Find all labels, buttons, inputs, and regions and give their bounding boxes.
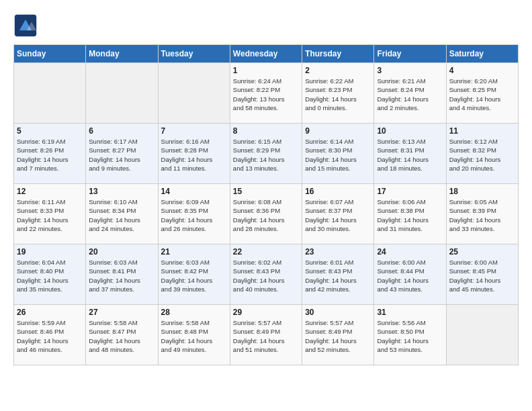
day-info: Sunrise: 6:06 AM Sunset: 8:38 PM Dayligh…	[377, 197, 443, 233]
day-info: Sunrise: 6:12 AM Sunset: 8:32 PM Dayligh…	[449, 137, 515, 173]
calendar-cell: 25Sunrise: 6:00 AM Sunset: 8:45 PM Dayli…	[446, 244, 518, 305]
weekday-header-cell: Saturday	[446, 45, 518, 63]
calendar-cell	[158, 63, 230, 124]
day-info: Sunrise: 6:11 AM Sunset: 8:33 PM Dayligh…	[17, 197, 83, 233]
day-number: 12	[17, 187, 83, 196]
calendar-cell: 6Sunrise: 6:17 AM Sunset: 8:27 PM Daylig…	[86, 124, 158, 184]
calendar-cell: 28Sunrise: 5:58 AM Sunset: 8:48 PM Dayli…	[158, 305, 230, 365]
calendar-cell	[86, 63, 158, 124]
calendar-cell: 17Sunrise: 6:06 AM Sunset: 8:38 PM Dayli…	[374, 184, 446, 244]
day-info: Sunrise: 5:58 AM Sunset: 8:48 PM Dayligh…	[161, 318, 227, 354]
day-info: Sunrise: 6:02 AM Sunset: 8:43 PM Dayligh…	[233, 258, 299, 293]
calendar-cell: 29Sunrise: 5:57 AM Sunset: 8:49 PM Dayli…	[230, 305, 302, 365]
day-info: Sunrise: 6:22 AM Sunset: 8:23 PM Dayligh…	[305, 77, 371, 112]
day-info: Sunrise: 6:01 AM Sunset: 8:43 PM Dayligh…	[305, 258, 371, 293]
day-number: 4	[449, 66, 515, 75]
calendar-cell: 26Sunrise: 5:59 AM Sunset: 8:46 PM Dayli…	[14, 305, 86, 365]
calendar-cell: 18Sunrise: 6:05 AM Sunset: 8:39 PM Dayli…	[446, 184, 518, 244]
day-info: Sunrise: 6:19 AM Sunset: 8:26 PM Dayligh…	[17, 137, 83, 173]
day-number: 13	[89, 187, 154, 196]
day-number: 1	[233, 66, 299, 75]
calendar-cell: 24Sunrise: 6:00 AM Sunset: 8:44 PM Dayli…	[374, 244, 446, 305]
calendar-cell: 3Sunrise: 6:21 AM Sunset: 8:24 PM Daylig…	[374, 63, 446, 124]
calendar-cell: 30Sunrise: 5:57 AM Sunset: 8:49 PM Dayli…	[302, 305, 374, 365]
day-number: 30	[305, 308, 371, 317]
day-info: Sunrise: 6:20 AM Sunset: 8:25 PM Dayligh…	[449, 77, 515, 112]
day-number: 15	[233, 187, 299, 196]
calendar-cell: 14Sunrise: 6:09 AM Sunset: 8:35 PM Dayli…	[158, 184, 230, 244]
calendar-cell: 4Sunrise: 6:20 AM Sunset: 8:25 PM Daylig…	[446, 63, 518, 124]
day-number: 5	[17, 126, 83, 136]
day-info: Sunrise: 6:05 AM Sunset: 8:39 PM Dayligh…	[449, 197, 515, 233]
day-number: 16	[305, 187, 371, 196]
day-info: Sunrise: 5:57 AM Sunset: 8:49 PM Dayligh…	[305, 318, 371, 354]
day-info: Sunrise: 6:07 AM Sunset: 8:37 PM Dayligh…	[305, 197, 371, 233]
calendar-week-row: 1Sunrise: 6:24 AM Sunset: 8:22 PM Daylig…	[14, 63, 519, 124]
day-info: Sunrise: 6:03 AM Sunset: 8:41 PM Dayligh…	[89, 258, 154, 293]
calendar-cell: 23Sunrise: 6:01 AM Sunset: 8:43 PM Dayli…	[302, 244, 374, 305]
calendar-cell	[446, 305, 518, 365]
calendar-table: SundayMondayTuesdayWednesdayThursdayFrid…	[13, 44, 519, 365]
calendar-cell: 21Sunrise: 6:03 AM Sunset: 8:42 PM Dayli…	[158, 244, 230, 305]
day-info: Sunrise: 6:03 AM Sunset: 8:42 PM Dayligh…	[161, 258, 227, 293]
day-info: Sunrise: 5:59 AM Sunset: 8:46 PM Dayligh…	[17, 318, 83, 354]
calendar-cell: 8Sunrise: 6:15 AM Sunset: 8:29 PM Daylig…	[230, 124, 302, 184]
calendar-cell: 13Sunrise: 6:10 AM Sunset: 8:34 PM Dayli…	[86, 184, 158, 244]
day-info: Sunrise: 6:00 AM Sunset: 8:44 PM Dayligh…	[377, 258, 443, 293]
day-number: 26	[17, 308, 83, 317]
calendar-body: 1Sunrise: 6:24 AM Sunset: 8:22 PM Daylig…	[14, 63, 519, 365]
day-number: 14	[161, 187, 227, 196]
calendar-cell: 27Sunrise: 5:58 AM Sunset: 8:47 PM Dayli…	[86, 305, 158, 365]
day-number: 9	[305, 126, 371, 136]
weekday-header-cell: Thursday	[302, 45, 374, 63]
day-number: 6	[89, 126, 154, 136]
day-number: 19	[17, 247, 83, 257]
day-info: Sunrise: 5:57 AM Sunset: 8:49 PM Dayligh…	[233, 318, 299, 354]
calendar-cell: 2Sunrise: 6:22 AM Sunset: 8:23 PM Daylig…	[302, 63, 374, 124]
page-header	[13, 13, 519, 38]
calendar-week-row: 19Sunrise: 6:04 AM Sunset: 8:40 PM Dayli…	[14, 244, 519, 305]
day-number: 3	[377, 66, 443, 75]
calendar-cell: 10Sunrise: 6:13 AM Sunset: 8:31 PM Dayli…	[374, 124, 446, 184]
calendar-cell: 12Sunrise: 6:11 AM Sunset: 8:33 PM Dayli…	[14, 184, 86, 244]
calendar-cell: 7Sunrise: 6:16 AM Sunset: 8:28 PM Daylig…	[158, 124, 230, 184]
calendar-cell	[14, 63, 86, 124]
calendar-cell: 1Sunrise: 6:24 AM Sunset: 8:22 PM Daylig…	[230, 63, 302, 124]
day-number: 8	[233, 126, 299, 136]
day-info: Sunrise: 6:00 AM Sunset: 8:45 PM Dayligh…	[449, 258, 515, 293]
calendar-cell: 20Sunrise: 6:03 AM Sunset: 8:41 PM Dayli…	[86, 244, 158, 305]
weekday-header-cell: Tuesday	[158, 45, 230, 63]
day-number: 17	[377, 187, 443, 196]
day-info: Sunrise: 6:14 AM Sunset: 8:30 PM Dayligh…	[305, 137, 371, 173]
day-number: 22	[233, 247, 299, 257]
day-info: Sunrise: 6:09 AM Sunset: 8:35 PM Dayligh…	[161, 197, 227, 233]
calendar-cell: 15Sunrise: 6:08 AM Sunset: 8:36 PM Dayli…	[230, 184, 302, 244]
day-info: Sunrise: 6:17 AM Sunset: 8:27 PM Dayligh…	[89, 137, 154, 173]
weekday-header-cell: Sunday	[14, 45, 86, 63]
day-number: 2	[305, 66, 371, 75]
day-number: 21	[161, 247, 227, 257]
day-number: 11	[449, 126, 515, 136]
day-info: Sunrise: 6:16 AM Sunset: 8:28 PM Dayligh…	[161, 137, 227, 173]
day-number: 28	[161, 308, 227, 317]
day-info: Sunrise: 6:21 AM Sunset: 8:24 PM Dayligh…	[377, 77, 443, 112]
day-number: 25	[449, 247, 515, 257]
logo-icon	[13, 13, 38, 38]
calendar-cell: 16Sunrise: 6:07 AM Sunset: 8:37 PM Dayli…	[302, 184, 374, 244]
calendar-week-row: 26Sunrise: 5:59 AM Sunset: 8:46 PM Dayli…	[14, 305, 519, 365]
calendar-cell: 11Sunrise: 6:12 AM Sunset: 8:32 PM Dayli…	[446, 124, 518, 184]
logo	[13, 13, 40, 38]
day-number: 31	[377, 308, 443, 317]
calendar-cell: 9Sunrise: 6:14 AM Sunset: 8:30 PM Daylig…	[302, 124, 374, 184]
weekday-header-cell: Monday	[86, 45, 158, 63]
day-info: Sunrise: 6:10 AM Sunset: 8:34 PM Dayligh…	[89, 197, 154, 233]
day-info: Sunrise: 6:24 AM Sunset: 8:22 PM Dayligh…	[233, 77, 299, 112]
day-number: 23	[305, 247, 371, 257]
day-number: 7	[161, 126, 227, 136]
day-number: 27	[89, 308, 154, 317]
day-number: 29	[233, 308, 299, 317]
calendar-cell: 5Sunrise: 6:19 AM Sunset: 8:26 PM Daylig…	[14, 124, 86, 184]
day-info: Sunrise: 6:04 AM Sunset: 8:40 PM Dayligh…	[17, 258, 83, 293]
day-info: Sunrise: 6:13 AM Sunset: 8:31 PM Dayligh…	[377, 137, 443, 173]
day-number: 24	[377, 247, 443, 257]
